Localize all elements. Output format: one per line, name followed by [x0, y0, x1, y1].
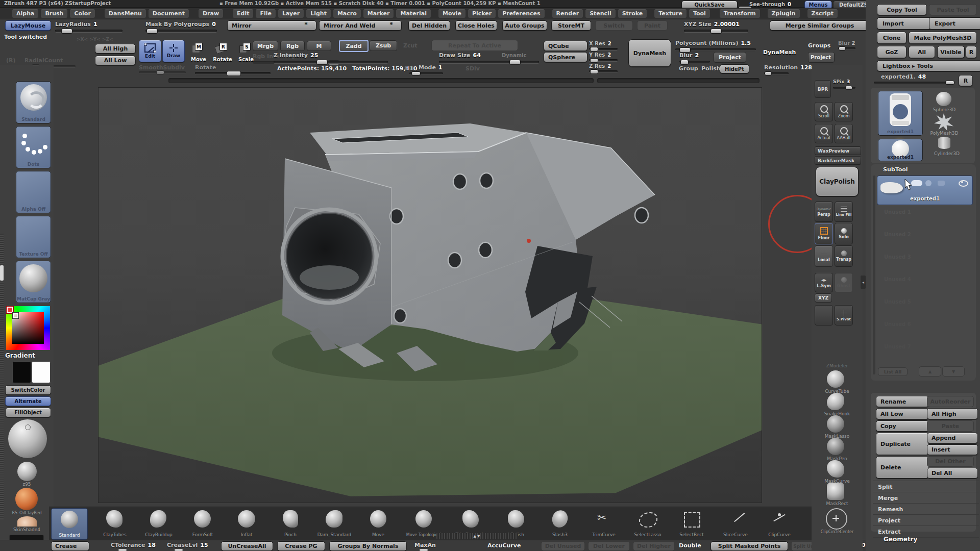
wax-preview-button[interactable]: WaxPreview — [815, 146, 861, 155]
z-res-track[interactable] — [589, 70, 618, 72]
gradient-swatch-white[interactable] — [32, 361, 51, 383]
mask-by-polygroups-slider[interactable]: Mask By Polygroups 0 — [145, 21, 216, 28]
material-oilclay-sphere[interactable] — [15, 488, 38, 510]
fill-object-button[interactable]: FillObject — [5, 408, 51, 417]
y-res-track[interactable] — [589, 59, 618, 61]
gradient-swatch-black[interactable] — [12, 361, 31, 383]
zoom-button[interactable]: Zoom — [835, 102, 853, 121]
maskpen-brush-icon[interactable] — [827, 438, 844, 455]
paste-subtool-button[interactable]: Paste — [927, 420, 974, 432]
menu-material[interactable]: Material — [396, 9, 430, 18]
menu-alpha[interactable]: Alpha — [12, 9, 38, 18]
del-all-button[interactable]: Del All — [927, 468, 978, 479]
del-unused-button[interactable]: Del Unused — [541, 541, 585, 551]
xyz-size-handle[interactable] — [710, 29, 722, 34]
lazymouse-button[interactable]: LazyMouse — [5, 20, 51, 31]
tray-item-move[interactable]: Move — [356, 508, 400, 539]
spix-handle[interactable] — [845, 86, 852, 90]
material-z95-sphere[interactable] — [17, 462, 37, 481]
dynamic-label[interactable]: Dynamic — [502, 53, 526, 58]
subtool-item-unused-3[interactable]: Unused 3 — [884, 254, 911, 260]
alternate-button[interactable]: Alternate — [5, 396, 51, 406]
merge-similar-groups-button[interactable]: Merge Similar Groups — [770, 20, 870, 31]
draw-mode-button[interactable]: Draw — [162, 40, 185, 62]
menu-render[interactable]: Render — [552, 9, 583, 18]
polish-label[interactable]: Polish — [701, 65, 721, 72]
auto-groups-button[interactable]: Auto Groups — [502, 20, 547, 31]
subtool-item-unused-7[interactable]: Unused 7 — [884, 344, 911, 349]
maskcurve-brush-icon[interactable] — [827, 460, 844, 478]
menu-zplugin[interactable]: Zplugin — [768, 9, 800, 18]
mirror-dropdown[interactable]: Mirror ✱ — [227, 20, 316, 31]
section-remesh[interactable]: Remesh — [873, 503, 979, 515]
paste-tool-button[interactable]: Paste Tool — [929, 4, 977, 15]
line-fill-button[interactable]: Line Fill — [835, 202, 853, 222]
del-lower-button[interactable]: Del Lower — [588, 541, 630, 551]
maskrect-brush-icon[interactable] — [827, 483, 844, 500]
autoreorder-button[interactable]: AutoReorder — [927, 396, 974, 407]
section-merge[interactable]: Merge — [873, 492, 979, 504]
menu-dansmenu[interactable]: DansMenu — [105, 9, 146, 18]
storemt-button[interactable]: StoreMT — [551, 20, 591, 31]
blur2-slider[interactable]: Blur 2 — [838, 40, 855, 46]
qcube-button[interactable]: QCube — [544, 41, 587, 51]
repeat-to-active-button[interactable]: Repeat To Active — [431, 40, 518, 51]
xyz-button[interactable]: XYZ — [815, 293, 832, 303]
menu-transform[interactable]: Transform — [720, 9, 760, 18]
menu-brush[interactable]: Brush — [41, 9, 67, 18]
menu-tool[interactable]: Tool — [689, 9, 710, 18]
menu-stroke[interactable]: Stroke — [618, 9, 647, 18]
paint-button[interactable]: Paint — [637, 20, 668, 31]
subtool-item-unused-5[interactable]: Unused 5 — [884, 299, 911, 305]
lightbox-tools-button[interactable]: Lightbox ▸ Tools — [877, 60, 980, 71]
subtool-scrollbar[interactable] — [873, 176, 875, 374]
rename-button[interactable]: Rename — [876, 396, 929, 407]
scroll-button[interactable]: Scroll — [815, 102, 833, 121]
see-through-slider[interactable]: See-through 0 — [749, 1, 791, 8]
right-tray-divider-handle[interactable]: ◂ — [861, 276, 866, 289]
copy-tool-button[interactable]: Copy Tool — [877, 4, 927, 15]
project-toggle[interactable]: Project — [714, 52, 746, 63]
spix-slider[interactable]: SPix 3 — [833, 79, 850, 84]
section-split[interactable]: Split — [873, 481, 979, 492]
tray-item-damstandard[interactable]: Dam_Standard — [312, 508, 356, 539]
polycount-track[interactable] — [675, 48, 756, 51]
draw-size-slider[interactable]: Draw Size 64 — [439, 52, 481, 59]
rotate-mode-button[interactable]: R Rotate — [212, 43, 233, 62]
insert-button[interactable]: Insert — [927, 444, 978, 455]
resolution-track[interactable] — [764, 72, 789, 74]
axis-symmetry-toggles[interactable]: >X< >Y< >Z< — [77, 37, 113, 42]
sphere3d-tool-icon[interactable] — [936, 92, 951, 106]
brush-selector-thumbnail[interactable]: Standard — [16, 81, 51, 123]
edit-mode-button[interactable]: Edit — [139, 40, 161, 62]
floor-button[interactable]: Floor — [815, 223, 833, 244]
ghost-button[interactable]: Ghost — [835, 273, 853, 292]
x-res-handle[interactable] — [590, 47, 598, 52]
lazyradius-track[interactable] — [55, 30, 122, 32]
tray-item-slash3[interactable]: Slash3 — [538, 508, 582, 539]
clay-polish-button[interactable]: ClayPolish — [816, 167, 859, 196]
draw-size-handle[interactable] — [509, 60, 521, 65]
maxan-slider[interactable]: MaxAn — [414, 542, 436, 548]
tray-item-standard[interactable]: Standard — [51, 508, 88, 540]
group-label[interactable]: Group — [679, 65, 698, 72]
menu-movie[interactable]: Movie — [438, 9, 465, 18]
subtool-brush-icon[interactable] — [925, 180, 932, 186]
spivot-button[interactable]: S.Pivot — [835, 305, 853, 325]
lazyradius-slider[interactable]: LazyRadius 1 — [55, 21, 97, 28]
menu-document[interactable]: Document — [149, 9, 189, 18]
rotate-slider-label[interactable]: Rotate — [195, 64, 216, 71]
y-res-slider[interactable]: Y Res2 — [589, 52, 611, 58]
split-masked-points-button[interactable]: Split Masked Points — [710, 541, 788, 551]
aahalf-button[interactable]: AAHalf — [835, 124, 853, 143]
tray-pager[interactable]: ▲▼ — [436, 533, 518, 539]
goz-button[interactable]: GoZ — [877, 46, 906, 58]
duplicate-button[interactable]: Duplicate — [876, 433, 929, 455]
menu-color[interactable]: Color — [70, 9, 94, 18]
snakehook-brush-icon[interactable] — [827, 393, 844, 410]
solo-button[interactable]: Solo — [835, 223, 853, 244]
subtool-pager-down[interactable]: ▼ — [942, 366, 965, 377]
stroke-selector-thumbnail[interactable]: Dots — [16, 126, 51, 168]
mask-handle[interactable] — [146, 29, 158, 34]
tray-item-selectlasso[interactable]: SelectLasso — [626, 508, 670, 539]
